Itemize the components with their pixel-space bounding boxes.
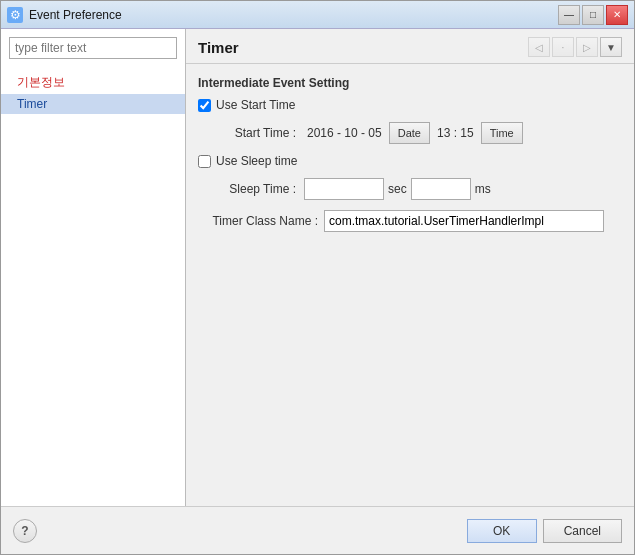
sec-label: sec: [388, 182, 407, 196]
start-time-label: Start Time :: [226, 126, 296, 140]
use-start-time-label[interactable]: Use Start Time: [198, 98, 295, 112]
timer-class-label: Timer Class Name :: [198, 214, 318, 228]
nav-dropdown-button[interactable]: ▼: [600, 37, 622, 57]
panel-nav: ◁ · ▷ ▼: [528, 37, 622, 57]
window-title: Event Preference: [29, 8, 558, 22]
filter-input[interactable]: [9, 37, 177, 59]
sleep-ms-input[interactable]: [411, 178, 471, 200]
sleep-time-row: Sleep Time : sec ms: [198, 178, 622, 200]
start-clock-text: 13 : 15: [437, 126, 474, 140]
nav-separator: ·: [552, 37, 574, 57]
window-icon: ⚙: [7, 7, 23, 23]
timer-class-row: Timer Class Name :: [198, 210, 622, 232]
bottom-bar: ? OK Cancel: [1, 506, 634, 554]
main-panel: Timer ◁ · ▷ ▼ Intermediate Event Setting…: [186, 29, 634, 506]
titlebar-buttons: — □ ✕: [558, 5, 628, 25]
cancel-button[interactable]: Cancel: [543, 519, 622, 543]
event-preference-window: ⚙ Event Preference — □ ✕ 기본정보 Timer: [0, 0, 635, 555]
time-button[interactable]: Time: [481, 122, 523, 144]
panel-header: Timer ◁ · ▷ ▼: [186, 29, 634, 64]
maximize-button[interactable]: □: [582, 5, 604, 25]
use-start-time-checkbox[interactable]: [198, 99, 211, 112]
titlebar: ⚙ Event Preference — □ ✕: [1, 1, 634, 29]
ok-button[interactable]: OK: [467, 519, 537, 543]
panel-body: Intermediate Event Setting Use Start Tim…: [186, 64, 634, 506]
minimize-button[interactable]: —: [558, 5, 580, 25]
nav-forward-button[interactable]: ▷: [576, 37, 598, 57]
panel-title: Timer: [198, 39, 528, 56]
start-date-text: 2016 - 10 - 05: [307, 126, 382, 140]
nav-back-button[interactable]: ◁: [528, 37, 550, 57]
section-title: Intermediate Event Setting: [198, 76, 622, 90]
sidebar: 기본정보 Timer: [1, 29, 186, 506]
sleep-sec-input[interactable]: [304, 178, 384, 200]
bottom-actions: OK Cancel: [467, 519, 622, 543]
use-start-time-group: Use Start Time: [198, 98, 622, 112]
use-sleep-time-label[interactable]: Use Sleep time: [198, 154, 297, 168]
timer-class-input[interactable]: [324, 210, 604, 232]
close-button[interactable]: ✕: [606, 5, 628, 25]
sidebar-item-timer[interactable]: Timer: [1, 94, 185, 114]
help-button[interactable]: ?: [13, 519, 37, 543]
tree-items: 기본정보 Timer: [1, 67, 185, 118]
date-button[interactable]: Date: [389, 122, 430, 144]
main-content: 기본정보 Timer Timer ◁ · ▷ ▼ Inter: [1, 29, 634, 506]
use-sleep-time-checkbox[interactable]: [198, 155, 211, 168]
sleep-time-label: Sleep Time :: [226, 182, 296, 196]
start-time-row: Start Time : 2016 - 10 - 05 Date 13 : 15…: [198, 122, 622, 144]
sidebar-item-basic[interactable]: 기본정보: [1, 71, 185, 94]
ms-label: ms: [475, 182, 491, 196]
use-sleep-time-group: Use Sleep time: [198, 154, 622, 168]
